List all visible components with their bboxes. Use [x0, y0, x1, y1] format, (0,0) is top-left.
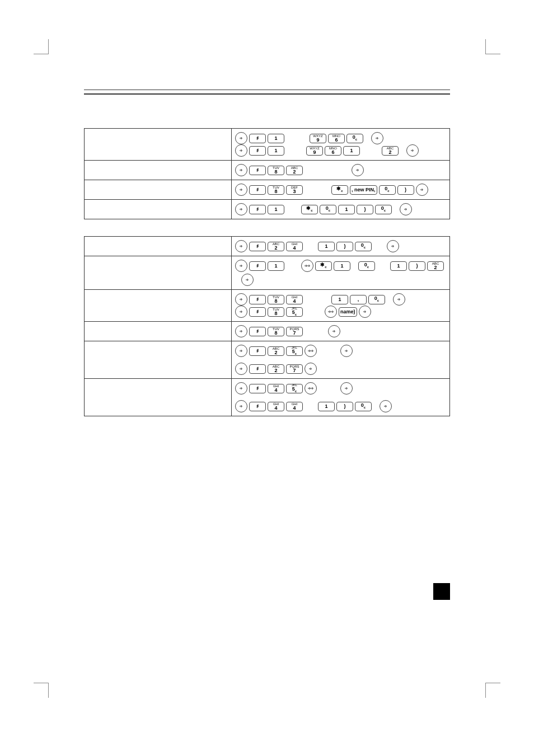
row-label — [85, 256, 232, 290]
digit-) -key: ) — [409, 261, 425, 271]
page-content: ♯1WXYZ9MNO60c♯1WXYZ9MNO61ABC2 ♯TUV8ABC2 … — [0, 0, 534, 416]
row-label — [85, 237, 232, 256]
row-sequence: ♯TUV8GHI41, 0c♯TUV8JKL5cname) — [232, 290, 450, 322]
digit-4-key: GHI4 — [268, 384, 284, 393]
digit-1-key: 1 — [268, 205, 284, 214]
menu-icon — [387, 240, 399, 252]
menu-icon — [400, 203, 412, 215]
digit-3-key: DEF3 — [286, 185, 303, 195]
menu-icon — [235, 203, 247, 215]
talk-icon — [325, 306, 337, 318]
talk-icon — [305, 345, 317, 357]
menu-icon — [380, 400, 392, 412]
row-sequence: ♯GHI4JKL5c♯GHI4GHI41) 0c — [232, 379, 450, 416]
digit-4-key: GHI4 — [286, 402, 303, 411]
row-sequence: ♯TUV8PQRS7 — [232, 322, 450, 341]
menu-icon — [393, 293, 405, 306]
row-label — [85, 200, 232, 219]
star-key: ✱c — [301, 205, 318, 214]
five-key: JKL5c — [286, 346, 303, 356]
five-key: JKL5c — [286, 384, 303, 393]
menu-icon — [235, 293, 247, 306]
digit-9-key: WXYZ9 — [310, 134, 326, 143]
zero-key: 0c — [358, 261, 375, 271]
hash-key: ♯ — [249, 327, 266, 336]
digit-1-key: 1 — [318, 402, 335, 411]
digit-6-key: MNO6 — [328, 134, 345, 143]
digit-2-key: ABC2 — [268, 346, 284, 356]
digit-8-key: TUV8 — [268, 185, 284, 195]
row-sequence: ♯ABC2GHI41) 0c — [232, 237, 450, 256]
menu-icon — [328, 325, 340, 337]
digit-2-key: ABC2 — [268, 364, 284, 374]
menu-icon — [235, 260, 247, 272]
hash-key: ♯ — [249, 166, 266, 175]
row-label — [85, 290, 232, 322]
rule-thin — [84, 90, 450, 90]
hash-key: ♯ — [249, 146, 266, 156]
hash-key: ♯ — [249, 261, 266, 271]
digit-1-key: 1 — [318, 242, 335, 251]
row-sequence: ♯1✱c10c1) ABC2 — [232, 256, 450, 290]
menu-icon — [340, 345, 353, 357]
digit-, -key: , — [350, 295, 367, 304]
row-sequence: ♯ABC2JKL5c♯ABC2PQRS7 — [232, 341, 450, 379]
rule-thick — [84, 93, 450, 95]
row-label — [85, 180, 232, 200]
digit-2-key: ABC2 — [427, 261, 444, 271]
digit-1-key: 1 — [268, 261, 284, 271]
zero-key: 0c — [379, 185, 396, 195]
menu-icon — [235, 132, 247, 144]
digit-7-key: PQRS7 — [286, 327, 303, 336]
zero-key: 0c — [368, 295, 385, 304]
row-label — [85, 322, 232, 341]
menu-icon — [359, 306, 371, 318]
hash-key: ♯ — [249, 402, 266, 411]
menu-icon — [235, 345, 247, 357]
menu-icon — [305, 363, 317, 375]
digit-4-key: GHI4 — [286, 242, 303, 251]
menu-icon — [235, 382, 247, 395]
five-key: JKL5c — [286, 307, 303, 317]
star-key: ✱c — [331, 185, 348, 195]
hash-key: ♯ — [249, 295, 266, 304]
digit-1-key: 1 — [334, 261, 350, 271]
digit-1-key: 1 — [338, 205, 355, 214]
menu-icon — [235, 306, 247, 318]
digit-name) -key: name) — [339, 307, 357, 317]
digit-1-key: 1 — [268, 146, 284, 156]
menu-icon — [406, 144, 419, 157]
talk-icon — [305, 382, 317, 395]
zero-key: 0c — [355, 242, 372, 251]
menu-icon — [352, 164, 364, 176]
digit-2-key: ABC2 — [286, 166, 303, 175]
digit-) -key: ) — [357, 205, 373, 214]
digit-2-key: ABC2 — [382, 146, 399, 156]
hash-key: ♯ — [249, 346, 266, 356]
digit-, new PIN,-key: , new PIN, — [350, 185, 377, 195]
digit-) -key: ) — [336, 402, 353, 411]
digit-9-key: WXYZ9 — [306, 146, 323, 156]
digit-8-key: TUV8 — [268, 307, 284, 317]
menu-icon — [416, 184, 428, 196]
digit-) -key: ) — [397, 185, 414, 195]
row-label — [85, 161, 232, 180]
zero-key: 0c — [355, 402, 372, 411]
digit-7-key: PQRS7 — [286, 364, 303, 374]
row-sequence: ♯1WXYZ9MNO60c♯1WXYZ9MNO61ABC2 — [232, 129, 450, 161]
row-label — [85, 379, 232, 416]
digit-6-key: MNO6 — [325, 146, 341, 156]
digit-4-key: GHI4 — [268, 402, 284, 411]
menu-icon — [371, 132, 383, 144]
menu-icon — [241, 274, 254, 286]
menu-icon — [235, 400, 247, 412]
hash-key: ♯ — [249, 205, 266, 214]
digit-1-key: 1 — [331, 295, 348, 304]
hash-key: ♯ — [249, 384, 266, 393]
hash-key: ♯ — [249, 364, 266, 374]
digit-8-key: TUV8 — [268, 166, 284, 175]
row-label — [85, 341, 232, 379]
zero-key: 0c — [375, 205, 392, 214]
menu-icon — [235, 363, 247, 375]
digit-4-key: GHI4 — [286, 295, 303, 304]
